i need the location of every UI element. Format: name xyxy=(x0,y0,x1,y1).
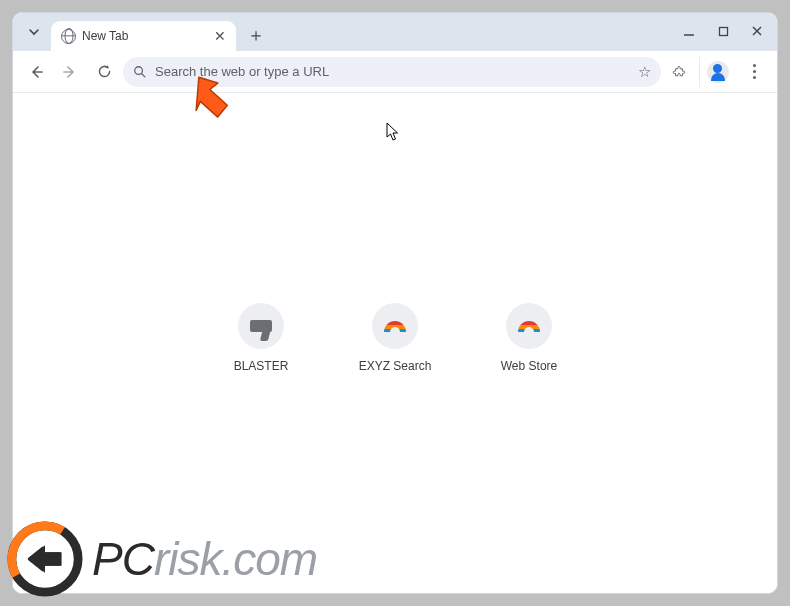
shortcut-icon-circle xyxy=(238,303,284,349)
tab-search-button[interactable] xyxy=(21,19,47,45)
maximize-icon xyxy=(718,26,729,37)
shortcut-exyz-search[interactable]: EXYZ Search xyxy=(345,303,445,373)
shortcut-label: BLASTER xyxy=(234,359,289,373)
kebab-icon xyxy=(753,64,756,79)
window-maximize-button[interactable] xyxy=(707,19,739,43)
shortcut-blaster[interactable]: BLASTER xyxy=(211,303,311,373)
omnibox[interactable]: ☆ xyxy=(123,57,661,87)
chevron-down-icon xyxy=(28,26,40,38)
shortcut-icon-circle xyxy=(506,303,552,349)
rainbow-icon xyxy=(518,321,540,332)
profile-button[interactable] xyxy=(699,57,735,87)
window-minimize-button[interactable] xyxy=(673,19,705,43)
arrow-right-icon xyxy=(61,63,79,81)
rainbow-icon xyxy=(384,321,406,332)
shortcut-icon-circle xyxy=(372,303,418,349)
search-icon xyxy=(133,65,147,79)
page-content: BLASTER EXYZ Search Web Store xyxy=(13,93,777,593)
close-icon xyxy=(751,25,763,37)
shortcut-label: Web Store xyxy=(501,359,557,373)
extensions-button[interactable] xyxy=(665,57,695,87)
shortcut-web-store[interactable]: Web Store xyxy=(479,303,579,373)
reload-icon xyxy=(96,63,113,80)
avatar-icon xyxy=(707,61,729,83)
tab-active[interactable]: New Tab ✕ xyxy=(51,21,236,51)
toolbar: ☆ xyxy=(13,51,777,93)
window-controls xyxy=(673,19,773,43)
back-button[interactable] xyxy=(21,57,51,87)
browser-window: New Tab ✕ ＋ xyxy=(12,12,778,594)
new-tab-button[interactable]: ＋ xyxy=(242,21,270,49)
puzzle-icon xyxy=(672,63,689,80)
window-close-button[interactable] xyxy=(741,19,773,43)
main-menu-button[interactable] xyxy=(739,57,769,87)
address-input[interactable] xyxy=(155,64,630,79)
globe-icon xyxy=(61,29,76,44)
minimize-icon xyxy=(683,25,695,37)
tab-title: New Tab xyxy=(82,29,206,43)
tab-close-button[interactable]: ✕ xyxy=(212,29,228,43)
arrow-left-icon xyxy=(27,63,45,81)
reload-button[interactable] xyxy=(89,57,119,87)
svg-rect-1 xyxy=(719,27,727,35)
svg-point-4 xyxy=(135,66,143,74)
forward-button[interactable] xyxy=(55,57,85,87)
bookmark-star-button[interactable]: ☆ xyxy=(638,63,651,81)
tab-strip: New Tab ✕ ＋ xyxy=(13,13,777,51)
gun-icon xyxy=(250,320,272,332)
shortcut-label: EXYZ Search xyxy=(359,359,432,373)
svg-line-5 xyxy=(142,73,145,76)
shortcut-row: BLASTER EXYZ Search Web Store xyxy=(211,303,579,373)
